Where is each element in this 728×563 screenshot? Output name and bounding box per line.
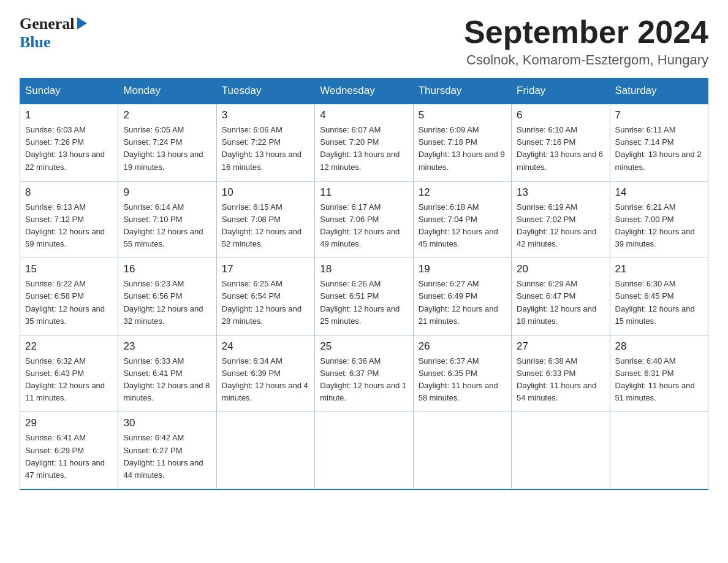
day-number: 17 [222,263,309,275]
day-info: Sunrise: 6:41 AMSunset: 6:29 PMDaylight:… [25,433,105,479]
day-info: Sunrise: 6:19 AMSunset: 7:02 PMDaylight:… [517,202,596,248]
day-number: 16 [123,263,211,275]
calendar-cell: 23 Sunrise: 6:33 AMSunset: 6:41 PMDaylig… [118,335,216,412]
day-number: 4 [320,109,408,121]
day-info: Sunrise: 6:11 AMSunset: 7:14 PMDaylight:… [615,125,702,171]
calendar-cell: 30 Sunrise: 6:42 AMSunset: 6:27 PMDaylig… [118,412,216,489]
day-number: 2 [123,109,211,121]
calendar-week-row: 8 Sunrise: 6:13 AMSunset: 7:12 PMDayligh… [20,181,708,258]
calendar-day-header-friday: Friday [512,79,610,104]
calendar-cell: 13 Sunrise: 6:19 AMSunset: 7:02 PMDaylig… [512,181,610,258]
title-area: September 2024 Csolnok, Komarom-Esztergo… [464,15,708,68]
calendar-cell [413,412,511,489]
calendar-cell: 8 Sunrise: 6:13 AMSunset: 7:12 PMDayligh… [20,181,118,258]
calendar-cell: 6 Sunrise: 6:10 AMSunset: 7:16 PMDayligh… [512,104,610,181]
day-number: 11 [320,186,408,199]
calendar-day-header-monday: Monday [118,79,216,104]
day-info: Sunrise: 6:22 AMSunset: 6:58 PMDaylight:… [25,279,105,325]
calendar-cell: 19 Sunrise: 6:27 AMSunset: 6:49 PMDaylig… [413,258,511,335]
day-number: 30 [123,417,211,429]
calendar-cell: 7 Sunrise: 6:11 AMSunset: 7:14 PMDayligh… [610,104,708,181]
day-number: 20 [517,263,604,275]
calendar-cell: 28 Sunrise: 6:40 AMSunset: 6:31 PMDaylig… [610,335,708,412]
calendar-cell: 5 Sunrise: 6:09 AMSunset: 7:18 PMDayligh… [413,104,511,181]
calendar-cell: 2 Sunrise: 6:05 AMSunset: 7:24 PMDayligh… [118,104,216,181]
day-info: Sunrise: 6:13 AMSunset: 7:12 PMDaylight:… [25,202,105,248]
calendar-cell: 14 Sunrise: 6:21 AMSunset: 7:00 PMDaylig… [610,181,708,258]
day-number: 22 [25,340,113,353]
day-info: Sunrise: 6:06 AMSunset: 7:22 PMDaylight:… [222,125,301,171]
day-info: Sunrise: 6:25 AMSunset: 6:54 PMDaylight:… [222,279,301,325]
calendar-cell: 27 Sunrise: 6:38 AMSunset: 6:33 PMDaylig… [512,335,610,412]
day-number: 3 [222,109,309,121]
day-info: Sunrise: 6:10 AMSunset: 7:16 PMDaylight:… [517,125,603,171]
day-number: 13 [517,186,604,199]
day-info: Sunrise: 6:15 AMSunset: 7:08 PMDaylight:… [222,202,301,248]
day-info: Sunrise: 6:33 AMSunset: 6:41 PMDaylight:… [123,356,210,402]
day-number: 7 [615,109,703,121]
day-number: 21 [615,263,703,275]
day-info: Sunrise: 6:26 AMSunset: 6:51 PMDaylight:… [320,279,400,325]
calendar-cell: 26 Sunrise: 6:37 AMSunset: 6:35 PMDaylig… [413,335,511,412]
day-number: 18 [320,263,408,275]
day-number: 19 [419,263,506,275]
calendar-cell: 17 Sunrise: 6:25 AMSunset: 6:54 PMDaylig… [216,258,314,335]
day-number: 6 [517,109,604,121]
logo-general: General [20,15,75,33]
calendar-day-header-wednesday: Wednesday [315,79,413,104]
day-info: Sunrise: 6:40 AMSunset: 6:31 PMDaylight:… [615,356,695,402]
day-number: 27 [517,340,604,353]
calendar-day-header-thursday: Thursday [413,79,511,104]
logo-blue: Blue [20,33,51,52]
calendar-cell: 12 Sunrise: 6:18 AMSunset: 7:04 PMDaylig… [413,181,511,258]
calendar-cell: 20 Sunrise: 6:29 AMSunset: 6:47 PMDaylig… [512,258,610,335]
day-info: Sunrise: 6:03 AMSunset: 7:26 PMDaylight:… [25,125,105,171]
logo-arrow-icon [77,17,87,29]
day-number: 12 [419,186,506,199]
calendar-cell: 15 Sunrise: 6:22 AMSunset: 6:58 PMDaylig… [20,258,118,335]
calendar-cell: 4 Sunrise: 6:07 AMSunset: 7:20 PMDayligh… [315,104,413,181]
day-info: Sunrise: 6:18 AMSunset: 7:04 PMDaylight:… [419,202,498,248]
calendar-cell [610,412,708,489]
day-info: Sunrise: 6:14 AMSunset: 7:10 PMDaylight:… [123,202,203,248]
calendar-week-row: 1 Sunrise: 6:03 AMSunset: 7:26 PMDayligh… [20,104,708,181]
calendar-week-row: 29 Sunrise: 6:41 AMSunset: 6:29 PMDaylig… [20,412,708,489]
calendar-cell [315,412,413,489]
day-info: Sunrise: 6:29 AMSunset: 6:47 PMDaylight:… [517,279,596,325]
calendar-cell: 9 Sunrise: 6:14 AMSunset: 7:10 PMDayligh… [118,181,216,258]
day-info: Sunrise: 6:07 AMSunset: 7:20 PMDaylight:… [320,125,400,171]
day-number: 1 [25,109,113,121]
day-number: 14 [615,186,703,199]
calendar-cell: 18 Sunrise: 6:26 AMSunset: 6:51 PMDaylig… [315,258,413,335]
calendar-cell [512,412,610,489]
calendar-cell: 16 Sunrise: 6:23 AMSunset: 6:56 PMDaylig… [118,258,216,335]
day-number: 29 [25,417,113,429]
day-info: Sunrise: 6:17 AMSunset: 7:06 PMDaylight:… [320,202,400,248]
day-info: Sunrise: 6:34 AMSunset: 6:39 PMDaylight:… [222,356,308,402]
day-info: Sunrise: 6:37 AMSunset: 6:35 PMDaylight:… [419,356,498,402]
calendar-cell [216,412,314,489]
calendar-cell: 24 Sunrise: 6:34 AMSunset: 6:39 PMDaylig… [216,335,314,412]
day-info: Sunrise: 6:09 AMSunset: 7:18 PMDaylight:… [419,125,505,171]
calendar-cell: 1 Sunrise: 6:03 AMSunset: 7:26 PMDayligh… [20,104,118,181]
location-title: Csolnok, Komarom-Esztergom, Hungary [464,52,708,68]
day-info: Sunrise: 6:30 AMSunset: 6:45 PMDaylight:… [615,279,695,325]
calendar-cell: 29 Sunrise: 6:41 AMSunset: 6:29 PMDaylig… [20,412,118,489]
day-info: Sunrise: 6:38 AMSunset: 6:33 PMDaylight:… [517,356,596,402]
day-number: 5 [419,109,506,121]
calendar-day-header-tuesday: Tuesday [216,79,314,104]
calendar-week-row: 15 Sunrise: 6:22 AMSunset: 6:58 PMDaylig… [20,258,708,335]
calendar-header-row: SundayMondayTuesdayWednesdayThursdayFrid… [20,79,708,104]
day-number: 28 [615,340,703,353]
day-number: 23 [123,340,211,353]
day-info: Sunrise: 6:21 AMSunset: 7:00 PMDaylight:… [615,202,695,248]
calendar-table: SundayMondayTuesdayWednesdayThursdayFrid… [20,78,708,490]
day-info: Sunrise: 6:27 AMSunset: 6:49 PMDaylight:… [419,279,498,325]
calendar-day-header-sunday: Sunday [20,79,118,104]
calendar-day-header-saturday: Saturday [610,79,708,104]
calendar-cell: 21 Sunrise: 6:30 AMSunset: 6:45 PMDaylig… [610,258,708,335]
day-number: 9 [123,186,211,199]
calendar-cell: 25 Sunrise: 6:36 AMSunset: 6:37 PMDaylig… [315,335,413,412]
calendar-cell: 3 Sunrise: 6:06 AMSunset: 7:22 PMDayligh… [216,104,314,181]
day-number: 10 [222,186,309,199]
